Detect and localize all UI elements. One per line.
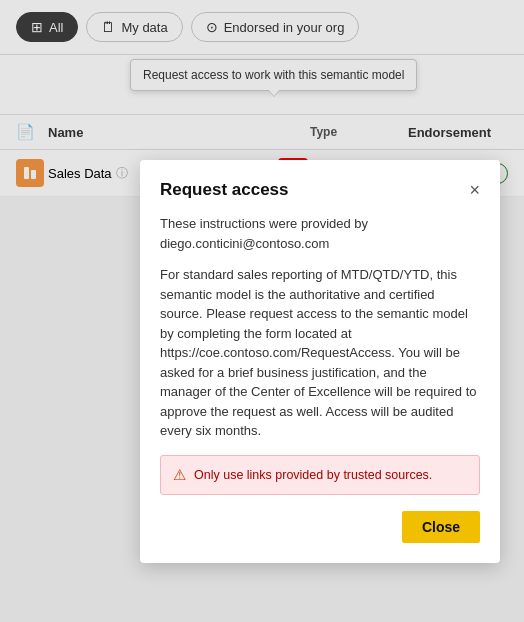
modal-header: Request access × <box>160 180 480 200</box>
warning-banner: ⚠ Only use links provided by trusted sou… <box>160 455 480 495</box>
modal-close-button[interactable]: × <box>469 181 480 199</box>
request-access-modal: Request access × These instructions were… <box>140 160 500 563</box>
close-button[interactable]: Close <box>402 511 480 543</box>
warning-icon: ⚠ <box>173 466 186 484</box>
modal-title: Request access <box>160 180 289 200</box>
modal-footer: Close <box>160 511 480 543</box>
modal-instructions-text: These instructions were provided by dieg… <box>160 214 480 253</box>
modal-description-text: For standard sales reporting of MTD/QTD/… <box>160 265 480 441</box>
modal-body: These instructions were provided by dieg… <box>160 214 480 441</box>
warning-text: Only use links provided by trusted sourc… <box>194 468 432 482</box>
